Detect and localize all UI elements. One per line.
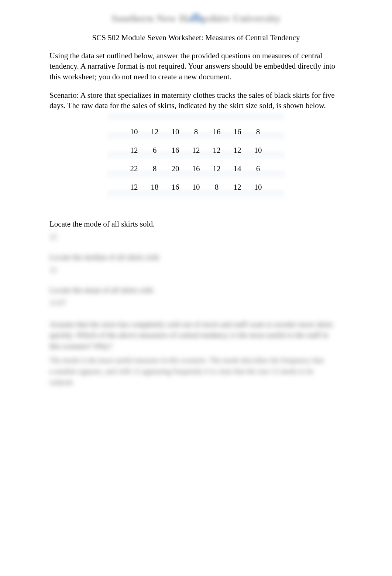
data-cell: 14 xyxy=(227,160,248,178)
answer-2: 12 xyxy=(49,266,344,276)
data-cell: 12 xyxy=(227,141,248,160)
answer-1-text: 12 xyxy=(49,233,57,241)
answer-3: 12.07 xyxy=(49,299,344,309)
data-cell: 16 xyxy=(186,160,206,178)
data-cell: 8 xyxy=(248,123,268,141)
data-cell: 10 xyxy=(248,178,268,197)
logo-area: Southern New Hampshire University xyxy=(107,7,285,30)
body-content: Using the data set outlined below, answe… xyxy=(0,51,392,111)
table-row: 22 8 20 16 12 14 6 xyxy=(124,160,268,178)
data-cell: 22 xyxy=(124,160,144,178)
answer-4-line3: ordered. xyxy=(49,377,344,388)
scenario-label: Scenario: xyxy=(49,91,79,100)
data-table-wrap: 10 12 10 8 16 16 8 12 6 16 12 12 12 10 2… xyxy=(0,119,392,218)
data-cell: 18 xyxy=(144,178,165,197)
data-cell: 12 xyxy=(144,123,165,141)
intro-paragraph: Using the data set outlined below, answe… xyxy=(49,51,344,82)
answer-3-text: 12.07 xyxy=(49,299,66,307)
data-cell: 12 xyxy=(227,178,248,197)
worksheet-page: Southern New Hampshire University SCS 50… xyxy=(0,0,392,576)
data-cell: 12 xyxy=(206,141,227,160)
table-row: 10 12 10 8 16 16 8 xyxy=(124,123,268,141)
answer-1: 12 xyxy=(49,233,344,243)
answer-4-line1: The mode is the most useful measure in t… xyxy=(49,355,344,366)
question-1: Locate the mode of all skirts sold. xyxy=(0,218,392,229)
table-row: 12 18 16 10 8 12 10 xyxy=(124,178,268,197)
page-title: SCS 502 Module Seven Worksheet: Measures… xyxy=(0,33,392,42)
data-table: 10 12 10 8 16 16 8 12 6 16 12 12 12 10 2… xyxy=(124,123,268,197)
data-cell: 8 xyxy=(206,178,227,197)
data-cell: 12 xyxy=(124,178,144,197)
data-cell: 10 xyxy=(248,141,268,160)
answer-4-line2: a number appears, and with 12 appearing … xyxy=(49,366,344,377)
question-2: Locate the median of all skirts sold. xyxy=(49,253,344,262)
question-2-text: Locate the median of all skirts sold. xyxy=(49,253,160,262)
question-3-text: Locate the mean of all skirts sold. xyxy=(49,286,154,295)
data-cell: 16 xyxy=(165,141,186,160)
data-cell: 20 xyxy=(165,160,186,178)
data-cell: 12 xyxy=(206,160,227,178)
data-cell: 6 xyxy=(248,160,268,178)
logo-icon xyxy=(185,4,207,22)
question-4-line1: Assume that the store has completely sol… xyxy=(49,319,344,330)
data-cell: 8 xyxy=(144,160,165,178)
data-cell: 8 xyxy=(186,123,206,141)
answer-2-text: 12 xyxy=(49,266,57,274)
data-cell: 16 xyxy=(165,178,186,197)
data-cell: 10 xyxy=(165,123,186,141)
question-4: Assume that the store has completely sol… xyxy=(49,319,344,352)
data-cell: 6 xyxy=(144,141,165,160)
data-cell: 12 xyxy=(186,141,206,160)
data-cell: 10 xyxy=(124,123,144,141)
question-3: Locate the mean of all skirts sold. xyxy=(49,286,344,295)
answer-4: The mode is the most useful measure in t… xyxy=(49,355,344,388)
scenario-paragraph: Scenario: A store that specializes in ma… xyxy=(49,90,344,111)
scenario-text: A store that specializes in maternity cl… xyxy=(49,91,335,110)
data-cell: 16 xyxy=(206,123,227,141)
question-4-line2: quickly. Which of the above measures of … xyxy=(49,330,344,341)
data-cell: 10 xyxy=(186,178,206,197)
table-row: 12 6 16 12 12 12 10 xyxy=(124,141,268,160)
data-cell: 16 xyxy=(227,123,248,141)
data-cell: 12 xyxy=(124,141,144,160)
question-4-line3: this scenario? Why? xyxy=(49,341,344,352)
